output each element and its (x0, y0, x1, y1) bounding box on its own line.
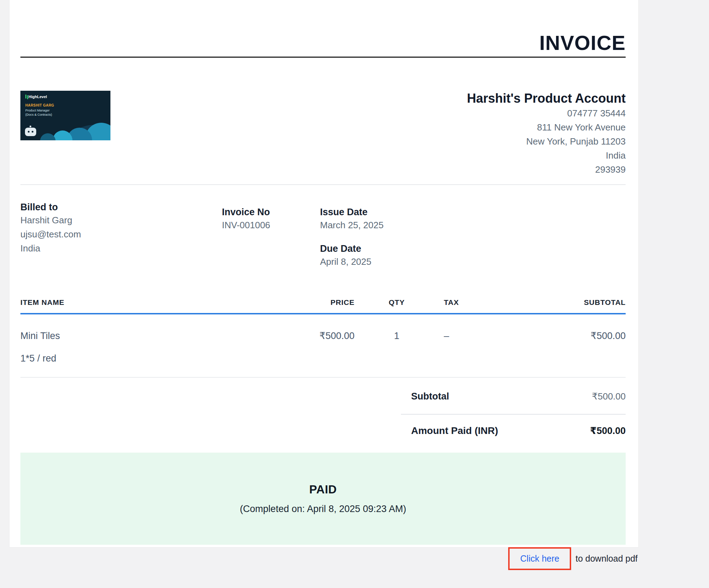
table-row: Mini Tiles ₹500.00 1 – ₹500.00 (20, 330, 626, 342)
billed-to-block: Billed to Harshit Garg ujsu@test.com Ind… (20, 201, 222, 269)
due-date-value: April 8, 2025 (320, 255, 626, 269)
items-table-header: ITEM NAME PRICE QTY TAX SUBTOTAL (20, 298, 626, 307)
title-block: INVOICE (20, 0, 626, 58)
header-qty: QTY (354, 298, 439, 307)
billed-to-label: Billed to (20, 201, 222, 213)
robot-icon (25, 128, 36, 136)
item-subtotal: ₹500.00 (516, 330, 626, 342)
meta-section: Billed to Harshit Garg ujsu@test.com Ind… (20, 201, 626, 269)
issue-date-label: Issue Date (320, 206, 626, 218)
logo-person-name: HARSHIT GARG (25, 103, 54, 107)
download-pdf-link[interactable]: Click here (520, 554, 559, 563)
header-price: PRICE (260, 298, 354, 307)
highlevel-logo-icon (25, 95, 26, 98)
totals-divider (401, 414, 626, 415)
company-phone: 074777 35444 (467, 106, 626, 120)
amount-paid-value: ₹500.00 (590, 425, 626, 436)
item-tax: – (439, 330, 516, 342)
table-header-rule (20, 313, 626, 314)
dates-block: Issue Date March 25, 2025 Due Date April… (320, 201, 626, 269)
company-address-line1: 811 New York Avenue (467, 120, 626, 134)
highlevel-logo-text: HighLevel (28, 95, 47, 99)
logo-person-role2: (Docs & Contracts) (25, 113, 52, 116)
company-address-line2: New York, Punjab 11203 (467, 134, 626, 148)
company-country: India (467, 148, 626, 162)
due-date-label: Due Date (320, 243, 626, 255)
item-price: ₹500.00 (260, 330, 354, 342)
item-name: Mini Tiles (20, 330, 260, 342)
paid-banner: PAID (Completed on: April 8, 2025 09:23 … (20, 453, 626, 545)
totals-block: Subtotal ₹500.00 Amount Paid (INR) ₹500.… (401, 391, 626, 436)
section-divider (20, 184, 626, 185)
company-postal-code: 293939 (467, 162, 626, 177)
logo-person-role: Product Manager (25, 109, 50, 112)
header-item-name: ITEM NAME (20, 298, 260, 307)
header-subtotal: SUBTOTAL (516, 298, 626, 307)
download-pdf-text: to download pdf (575, 554, 638, 564)
billed-to-name: Harshit Garg (20, 213, 222, 227)
invoice-title: INVOICE (20, 32, 626, 54)
header-section: HighLevel HARSHIT GARG Product Manager (… (20, 91, 626, 177)
company-logo: HighLevel HARSHIT GARG Product Manager (… (20, 91, 110, 140)
cloud-shape (40, 133, 56, 140)
header-tax: TAX (439, 298, 516, 307)
paid-status-label: PAID (309, 482, 337, 497)
subtotal-value: ₹500.00 (592, 391, 626, 402)
download-link-highlight-box: Click here (508, 547, 571, 570)
billed-to-email: ujsu@test.com (20, 227, 222, 241)
invoice-number-value: INV-001006 (222, 218, 320, 232)
subtotal-label: Subtotal (401, 391, 449, 402)
issue-date-value: March 25, 2025 (320, 218, 626, 232)
item-qty: 1 (354, 330, 439, 342)
download-row: Click here to download pdf (508, 547, 638, 570)
invoice-number-label: Invoice No (222, 206, 320, 218)
company-block: Harshit's Product Account 074777 35444 8… (467, 91, 626, 177)
table-bottom-divider (20, 377, 626, 378)
highlevel-logo: HighLevel (25, 95, 47, 99)
billed-to-country: India (20, 241, 222, 255)
amount-paid-label: Amount Paid (INR) (401, 425, 498, 436)
subtotal-row: Subtotal ₹500.00 (401, 391, 626, 402)
invoice-number-block: Invoice No INV-001006 (222, 201, 320, 269)
company-name: Harshit's Product Account (467, 91, 626, 106)
paid-completed-text: (Completed on: April 8, 2025 09:23 AM) (240, 503, 406, 515)
amount-paid-row: Amount Paid (INR) ₹500.00 (401, 425, 626, 436)
item-description: 1*5 / red (20, 352, 626, 364)
invoice-card: INVOICE HighLevel HARSHIT GARG Product M… (9, 0, 639, 548)
